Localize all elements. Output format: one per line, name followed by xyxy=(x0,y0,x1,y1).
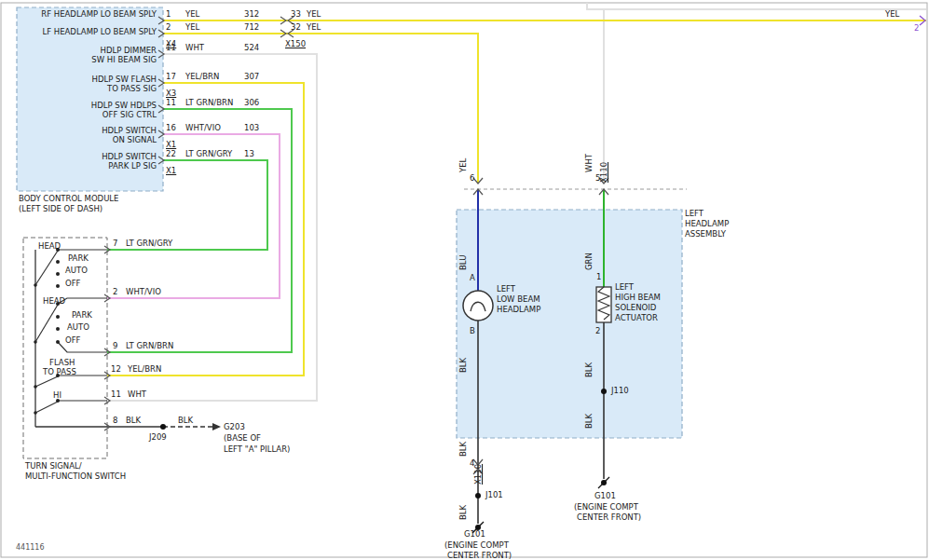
switch-pos-flash: FLASH xyxy=(49,358,75,367)
ground-location: CENTER FRONT) xyxy=(447,551,512,560)
x150-pin: 33 xyxy=(291,9,301,19)
splice-j209 xyxy=(160,424,166,430)
bcm-pin: 17 xyxy=(166,72,176,81)
wire-name: BLK xyxy=(178,416,193,425)
bcm-name: BODY CONTROL MODULE xyxy=(19,194,118,203)
splice-j110 xyxy=(601,389,607,394)
circuit-number: 103 xyxy=(244,123,259,132)
hla-name: LEFT xyxy=(685,209,704,218)
switch-name2: MULTI-FUNCTION SWITCH xyxy=(25,471,126,481)
switch-pos-park: PARK xyxy=(72,310,92,320)
switch-pin: 11 xyxy=(111,389,121,399)
wire-name-vertical: GRN xyxy=(585,253,594,270)
circuit-number: 13 xyxy=(244,149,254,158)
ground-location: (ENGINE COMPT xyxy=(444,540,509,550)
bcm-pin: 22 xyxy=(166,149,176,158)
wiring-diagram: RF HEADLAMP LO BEAM SPLY LF HEADLAMP LO … xyxy=(0,0,929,560)
wire-name: YEL/BRN xyxy=(185,72,219,81)
wire-name: YEL xyxy=(885,9,899,19)
bcm-pin: 16 xyxy=(166,123,176,132)
highbeam-name: LEFT xyxy=(615,282,634,292)
highbeam-name: ACTUATOR xyxy=(615,313,658,322)
ground-location: (ENGINE COMPT xyxy=(574,502,638,512)
wire-name: LT GRN/BRN xyxy=(126,341,173,350)
hla-name: ASSEMBLY xyxy=(685,229,726,239)
ground-location: CENTER FRONT) xyxy=(577,512,641,522)
splice-j101 xyxy=(475,493,481,499)
wire-name: LT GRN/GRY xyxy=(126,239,172,248)
wire-name: YEL/BRN xyxy=(128,364,161,374)
highbeam-name: HIGH BEAM xyxy=(615,293,661,302)
lowbeam-name: LOW BEAM xyxy=(497,294,540,304)
ground-label-g101: G101 xyxy=(464,529,485,539)
switch-pos-hi: HI xyxy=(53,390,61,400)
circuit-number: 524 xyxy=(244,43,259,52)
bcm-pin: 1 xyxy=(166,9,171,19)
connector-id-x110: X110 xyxy=(474,464,483,485)
switch-pin: 8 xyxy=(113,416,117,425)
lowbeam-name: HEADLAMP xyxy=(497,305,540,314)
wire-name: YEL xyxy=(307,22,321,32)
wire-name: WHT xyxy=(128,389,146,399)
wire-name-vertical: BLU xyxy=(459,255,468,270)
bcm-pin: 11 xyxy=(166,43,176,52)
wire-name: WHT/VIO xyxy=(126,287,161,296)
bcm-row1-label: RF HEADLAMP LO BEAM SPLY xyxy=(19,9,157,19)
wire-name: WHT xyxy=(185,43,204,52)
terminal-id: A xyxy=(470,273,475,282)
bcm-pin: 2 xyxy=(166,22,171,32)
offpage-page-number: 2 xyxy=(914,23,919,33)
connector-id-x1b: X1 xyxy=(166,166,176,175)
switch-pin: 12 xyxy=(111,364,121,374)
switch-pos-off: OFF xyxy=(65,335,80,345)
circuit-number: 307 xyxy=(244,72,259,81)
terminal-id: 2 xyxy=(595,326,600,335)
splice-label-j110: J110 xyxy=(611,386,629,395)
switch-pin: 9 xyxy=(113,341,117,350)
bcm-row5-label2: OFF SIG CTRL xyxy=(19,110,157,119)
splice-label-j101: J101 xyxy=(485,490,503,499)
bcm-row4-label1: HDLP SW FLASH xyxy=(19,75,157,84)
headlamp-assembly-box xyxy=(457,210,682,438)
connector-pin: 6 xyxy=(470,173,474,183)
wire-name-vertical: WHT xyxy=(585,154,594,172)
terminal-id: 1 xyxy=(596,272,601,281)
switch-pos-head: HEAD xyxy=(38,241,61,251)
ground-location: (BASE OF xyxy=(224,433,261,443)
switch-pos-off: OFF xyxy=(65,279,80,288)
terminal-id: B xyxy=(470,326,475,335)
wire-name-vertical: BLK xyxy=(459,505,468,520)
ground-location: LEFT "A" PILLAR) xyxy=(224,444,290,454)
wire-name-vertical: BLK xyxy=(585,362,594,377)
wire-wht-offpage xyxy=(587,3,926,9)
bcm-row2-label: LF HEADLAMP LO BEAM SPLY xyxy=(19,27,157,36)
wire-name: WHT/VIO xyxy=(185,123,221,132)
wire-name: LT GRN/GRY xyxy=(185,149,232,158)
switch-pos-head: HEAD xyxy=(43,296,65,306)
wire-name-vertical: BLK xyxy=(459,358,468,373)
circuit-number: 306 xyxy=(244,98,259,107)
wire-name: YEL xyxy=(185,22,199,32)
diagram-id: 441116 xyxy=(16,543,45,553)
bcm-row5-label1: HDLP SW HDLPS xyxy=(19,101,157,110)
low-beam-bulb-icon xyxy=(463,291,493,321)
wire-name: YEL xyxy=(307,9,321,19)
splice-label-j209: J209 xyxy=(149,432,167,442)
g203-arrow xyxy=(212,423,221,430)
connector-id-x150: X150 xyxy=(285,39,306,48)
wire-name-vertical: BLK xyxy=(585,414,594,429)
connector-id-x3: X3 xyxy=(166,89,176,98)
switch-pos-park: PARK xyxy=(68,253,89,263)
connector-id-x1: X1 xyxy=(166,140,176,149)
x150-pin: 32 xyxy=(291,22,301,32)
bcm-row6-label2: ON SIGNAL xyxy=(19,135,157,144)
connector-id-x110: X110 xyxy=(600,162,608,183)
switch-pin: 7 xyxy=(113,239,117,248)
bcm-row3-label2: SW HI BEAM SIG xyxy=(19,55,157,64)
wire-name-vertical: YEL xyxy=(459,158,468,172)
switch-pos-auto: AUTO xyxy=(67,322,89,332)
bcm-row7-label2: PARK LP SIG xyxy=(19,161,157,171)
switch-pin: 2 xyxy=(113,287,117,296)
switch-pos-flash2: TO PASS xyxy=(43,367,76,376)
highbeam-name: SOLENOID xyxy=(615,303,656,312)
